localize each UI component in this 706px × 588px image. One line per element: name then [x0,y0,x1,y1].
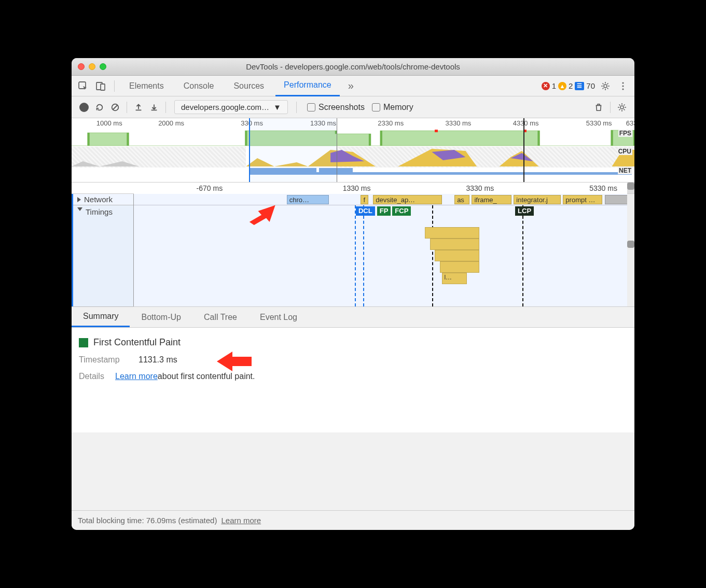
collapse-icon [77,207,82,211]
svg-point-6 [622,88,624,90]
network-resource-bar[interactable]: prompt … [563,195,602,204]
warning-badge-icon: ▲ [558,82,566,90]
overview-marker [523,118,524,182]
expand-icon [77,197,81,202]
long-task-bar[interactable] [430,239,479,250]
timestamp-label: Timestamp [79,355,139,365]
timing-marker-dcl[interactable]: DCL [356,206,375,216]
more-menu-icon[interactable] [616,79,630,93]
tab-console[interactable]: Console [175,76,223,96]
tab-call-tree[interactable]: Call Tree [192,307,248,327]
console-badges[interactable]: ✕ 1 ▲ 2 ☰ 70 [542,81,595,90]
record-button[interactable] [77,100,91,115]
network-resource-bar[interactable]: f [361,195,368,204]
inspect-element-icon[interactable] [76,79,90,93]
fps-strip: FPS [72,129,634,147]
footer-learn-more-link[interactable]: Learn more [221,516,261,525]
network-resource-bar[interactable]: chro… [287,195,329,204]
tab-summary[interactable]: Summary [72,307,130,327]
cpu-label: CPU [617,148,632,155]
main-panel-tabs: Elements Console Sources Performance » ✕… [72,76,634,96]
svg-rect-2 [101,84,105,90]
recording-select-label: developers.google.com… [181,103,269,111]
error-badge-icon: ✕ [542,82,550,90]
save-profile-icon[interactable] [147,100,161,115]
svg-point-11 [620,106,624,109]
timing-marker-fp[interactable]: FP [377,206,391,216]
network-resource-bar[interactable]: integrator.j [514,195,560,204]
devtools-window: DevTools - developers.google.com/web/too… [72,58,634,530]
network-resource-bar[interactable]: iframe_ [472,195,511,204]
learn-more-link[interactable]: Learn more [115,372,158,381]
details-label: Details [79,372,115,381]
tab-performance[interactable]: Performance [275,76,340,96]
vertical-scrollbar[interactable] [627,241,634,248]
overview-timeline[interactable]: 1000 ms 2000 ms 330 ms 1330 ms 2330 ms 3… [72,118,634,183]
checkbox-icon [307,103,315,111]
details-tabs: Summary Bottom-Up Call Tree Event Log [72,307,634,328]
long-task-bar[interactable] [435,250,479,261]
event-color-chip [79,338,88,347]
svg-point-3 [604,85,607,88]
svg-line-8 [113,105,118,109]
svg-point-5 [622,85,624,87]
network-resource-bar[interactable]: as [454,195,469,204]
window-title: DevTools - developers.google.com/web/too… [72,62,634,71]
flame-chart-area[interactable]: Network Timings chro…fdevsite_ap…asifram… [72,194,634,307]
message-count: 70 [586,81,595,90]
network-track-header[interactable]: Network [73,194,133,205]
timing-marker-fcp[interactable]: FCP [392,206,411,216]
long-task-bar[interactable] [440,261,479,273]
title-bar: DevTools - developers.google.com/web/too… [72,58,634,76]
tracks[interactable]: chro…fdevsite_ap…asiframe_integrator.jpr… [134,194,627,306]
overview-selection[interactable] [249,118,337,182]
memory-label: Memory [383,103,413,112]
cpu-strip: CPU [72,147,634,167]
tab-event-log[interactable]: Event Log [248,307,309,327]
capture-settings-gear-icon[interactable] [615,100,629,115]
summary-empty-area [72,432,634,510]
annotation-arrow-icon [242,197,279,228]
performance-toolbar: developers.google.com… ▼ Screenshots Mem… [72,96,634,118]
timing-marker-lcp[interactable]: LCP [515,206,534,216]
delete-button[interactable] [591,100,606,115]
network-resource-bar[interactable]: devsite_ap… [373,195,442,204]
status-footer: Total blocking time: 76.09ms (estimated)… [72,510,634,530]
fps-label: FPS [618,130,632,137]
timestamp-value: 1131.3 ms [139,355,177,365]
long-task-bar[interactable] [425,227,479,239]
device-toolbar-icon[interactable] [93,79,108,93]
annotation-arrow-icon [214,348,256,374]
timings-track-header[interactable]: Timings [73,205,133,307]
message-badge-icon: ☰ [575,82,584,90]
tab-bottom-up[interactable]: Bottom-Up [130,307,192,327]
screenshots-label: Screenshots [319,103,365,112]
track-labels: Network Timings [72,194,134,306]
tab-sources[interactable]: Sources [225,76,272,96]
load-profile-icon[interactable] [131,100,146,115]
timings-track: DCLFPFCPLCPl… [134,205,627,306]
checkbox-icon [372,103,380,111]
overview-ticks: 1000 ms 2000 ms 330 ms 1330 ms 2330 ms 3… [72,118,634,129]
recording-select[interactable]: developers.google.com… ▼ [174,100,288,114]
network-track-row: chro…fdevsite_ap…asiframe_integrator.jpr… [134,194,627,205]
network-resource-bar[interactable] [605,195,627,204]
long-task-bar[interactable]: l… [442,273,467,284]
clear-button[interactable] [108,100,122,115]
svg-marker-12 [249,201,275,228]
detail-ticks: -670 ms 1330 ms 3330 ms 5330 ms [134,183,627,194]
error-count: 1 [552,81,556,90]
vertical-scrollbar[interactable] [627,183,634,190]
total-blocking-time: Total blocking time: 76.09ms (estimated) [78,516,217,525]
warning-count: 2 [569,81,573,90]
event-name: First Contentful Paint [93,337,181,348]
svg-marker-13 [217,352,252,371]
reload-button[interactable] [92,100,107,115]
screenshots-checkbox[interactable]: Screenshots [307,103,365,112]
settings-gear-icon[interactable] [598,79,613,93]
net-label: NET [618,167,632,174]
tab-elements[interactable]: Elements [121,76,172,96]
tabs-overflow-button[interactable]: » [343,76,359,96]
memory-checkbox[interactable]: Memory [372,103,413,112]
net-strip: NET [72,167,634,175]
